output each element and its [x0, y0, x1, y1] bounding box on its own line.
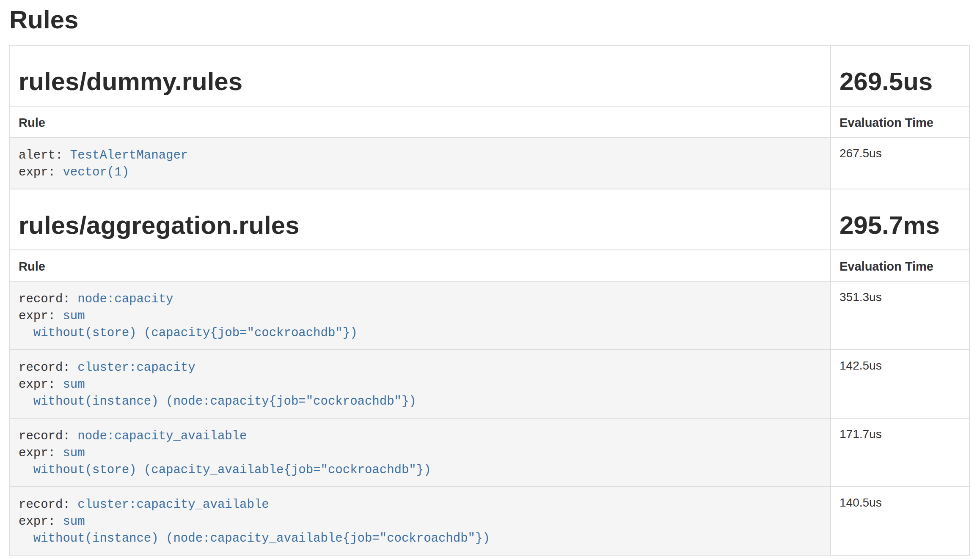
rule-code-key: expr: [19, 378, 55, 392]
rule-evaluation-time: 142.5us [831, 350, 969, 418]
rule-link[interactable]: sum [63, 515, 85, 529]
rule-link[interactable]: sum [63, 446, 85, 460]
rule-group-name-cell: rules/dummy.rules [10, 45, 831, 106]
rule-group-evaluation-total-cell: 269.5us [831, 45, 969, 106]
rule-row: alert: TestAlertManager expr: vector(1) … [10, 137, 969, 189]
rule-link[interactable]: without(instance) (node:capacity_availab… [19, 532, 490, 545]
rules-table: rules/dummy.rules269.5usRuleEvaluation T… [9, 45, 970, 556]
rule-group-evaluation-total: 269.5us [840, 68, 961, 96]
rule-group-file-name: rules/dummy.rules [19, 68, 822, 96]
rule-evaluation-time: 171.7us [831, 418, 969, 487]
rule-evaluation-time: 351.3us [831, 281, 969, 350]
rules-page: Rules rules/dummy.rules269.5usRuleEvalua… [0, 6, 980, 556]
rule-code-key: expr: [19, 446, 55, 460]
rule-link[interactable]: cluster:capacity_available [77, 498, 269, 512]
rule-definition-cell: record: node:capacity_available expr: su… [10, 418, 831, 487]
rule-group-file-name: rules/aggregation.rules [19, 211, 822, 239]
column-header-rule: Rule [10, 106, 831, 137]
rule-code: record: node:capacity_available expr: su… [19, 428, 822, 479]
rule-link[interactable]: vector(1) [63, 165, 129, 179]
rule-link[interactable]: sum [63, 378, 85, 392]
rule-row: record: cluster:capacity expr: sum witho… [10, 350, 969, 418]
rule-code-key: expr: [19, 165, 55, 179]
rule-code: record: node:capacity expr: sum without(… [19, 291, 822, 342]
rule-code-key: alert: [19, 148, 63, 162]
rule-code-key: record: [19, 361, 70, 375]
rule-code-key: record: [19, 292, 70, 306]
rule-link[interactable]: node:capacity [77, 292, 173, 306]
column-header-row: RuleEvaluation Time [10, 106, 969, 137]
rule-definition-cell: record: node:capacity expr: sum without(… [10, 281, 831, 350]
rule-code-key: expr: [19, 309, 55, 323]
rule-group-header-row: rules/dummy.rules269.5us [10, 45, 969, 106]
rule-link[interactable]: without(store) (capacity_available{job="… [19, 463, 431, 477]
rule-link[interactable]: node:capacity_available [77, 429, 247, 443]
column-header-row: RuleEvaluation Time [10, 250, 969, 281]
page-title: Rules [9, 6, 970, 34]
column-header-evaluation-time: Evaluation Time [831, 250, 969, 281]
rule-group-evaluation-total: 295.7ms [840, 211, 961, 239]
rules-table-body: rules/dummy.rules269.5usRuleEvaluation T… [10, 45, 969, 555]
rule-group-evaluation-total-cell: 295.7ms [831, 189, 969, 250]
rule-link[interactable]: cluster:capacity [77, 361, 195, 375]
rule-link[interactable]: TestAlertManager [70, 148, 188, 162]
rule-row: record: cluster:capacity_available expr:… [10, 487, 969, 555]
rule-link[interactable]: sum [63, 309, 85, 323]
rule-link[interactable]: without(instance) (node:capacity{job="co… [19, 395, 416, 408]
rule-definition-cell: record: cluster:capacity expr: sum witho… [10, 350, 831, 418]
rule-definition-cell: record: cluster:capacity_available expr:… [10, 487, 831, 555]
rule-row: record: node:capacity expr: sum without(… [10, 281, 969, 350]
rule-code-key: record: [19, 498, 70, 512]
column-header-rule: Rule [10, 250, 831, 281]
rule-code: alert: TestAlertManager expr: vector(1) [19, 147, 822, 181]
rule-code-key: record: [19, 429, 70, 443]
column-header-evaluation-time: Evaluation Time [831, 106, 969, 137]
rule-link[interactable]: without(store) (capacity{job="cockroachd… [19, 326, 358, 340]
rule-code: record: cluster:capacity expr: sum witho… [19, 359, 822, 410]
rule-group-header-row: rules/aggregation.rules295.7ms [10, 189, 969, 250]
rule-group-name-cell: rules/aggregation.rules [10, 189, 831, 250]
rule-evaluation-time: 140.5us [831, 487, 969, 555]
rule-code: record: cluster:capacity_available expr:… [19, 496, 822, 547]
rule-evaluation-time: 267.5us [831, 137, 969, 189]
rule-row: record: node:capacity_available expr: su… [10, 418, 969, 487]
rule-code-key: expr: [19, 515, 55, 529]
rule-definition-cell: alert: TestAlertManager expr: vector(1) [10, 137, 831, 189]
